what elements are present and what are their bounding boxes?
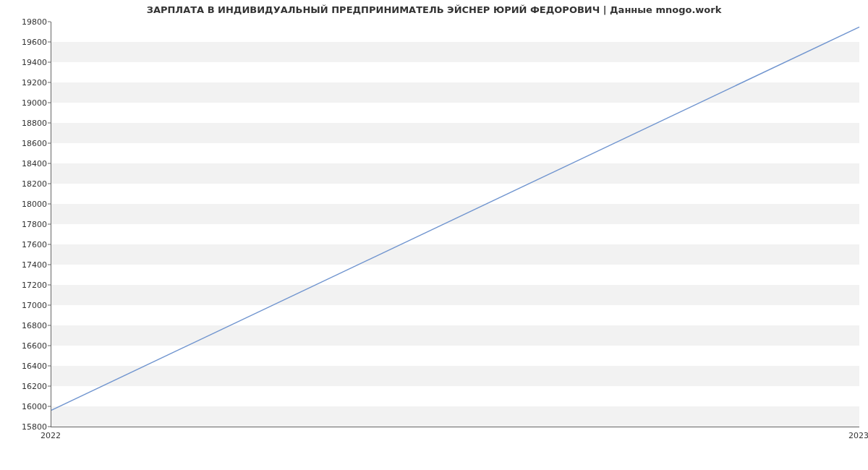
y-tick-mark [48,224,51,225]
y-tick-label: 18400 [7,159,47,168]
y-tick-label: 18000 [7,200,47,209]
x-tick-label: 2023 [848,431,868,440]
y-tick-mark [48,346,51,346]
y-tick-mark [48,123,51,124]
y-tick-label: 16000 [7,402,47,411]
y-tick-mark [48,366,51,367]
y-tick-mark [48,184,51,184]
y-tick-mark [48,325,51,326]
y-tick-label: 19200 [7,78,47,87]
y-tick-mark [48,82,51,83]
y-tick-mark [48,204,51,205]
y-tick-mark [48,386,51,387]
y-tick-label: 18800 [7,119,47,128]
y-tick-mark [48,163,51,164]
y-tick-mark [48,62,51,63]
y-tick-mark [48,244,51,245]
y-tick-label: 18200 [7,179,47,189]
y-tick-mark [48,265,51,265]
plot-area [51,22,859,427]
y-tick-mark [48,42,51,43]
y-tick-label: 17000 [7,301,47,310]
y-tick-label: 16200 [7,382,47,391]
y-tick-label: 16800 [7,321,47,330]
y-tick-label: 17200 [7,281,47,290]
series-layer [51,22,859,427]
y-tick-mark [48,406,51,407]
y-tick-label: 17600 [7,240,47,249]
y-tick-label: 15800 [7,422,47,432]
y-tick-label: 19600 [7,38,47,47]
y-tick-label: 19400 [7,58,47,67]
y-tick-mark [48,22,51,22]
y-tick-label: 16400 [7,362,47,371]
y-tick-label: 17800 [7,220,47,229]
chart-title: ЗАРПЛАТА В ИНДИВИДУАЛЬНЫЙ ПРЕДПРИНИМАТЕЛ… [0,4,868,15]
series-line [51,27,859,410]
y-tick-mark [48,285,51,286]
x-tick-label: 2022 [41,431,61,440]
y-tick-mark [48,427,51,427]
chart-container: ЗАРПЛАТА В ИНДИВИДУАЛЬНЫЙ ПРЕДПРИНИМАТЕЛ… [0,0,868,470]
y-tick-mark [48,305,51,306]
y-tick-label: 19000 [7,98,47,108]
y-tick-label: 18600 [7,139,47,148]
y-tick-mark [48,103,51,103]
y-tick-label: 19800 [7,17,47,27]
y-tick-label: 17400 [7,260,47,270]
y-tick-label: 16600 [7,341,47,351]
y-tick-mark [48,143,51,144]
